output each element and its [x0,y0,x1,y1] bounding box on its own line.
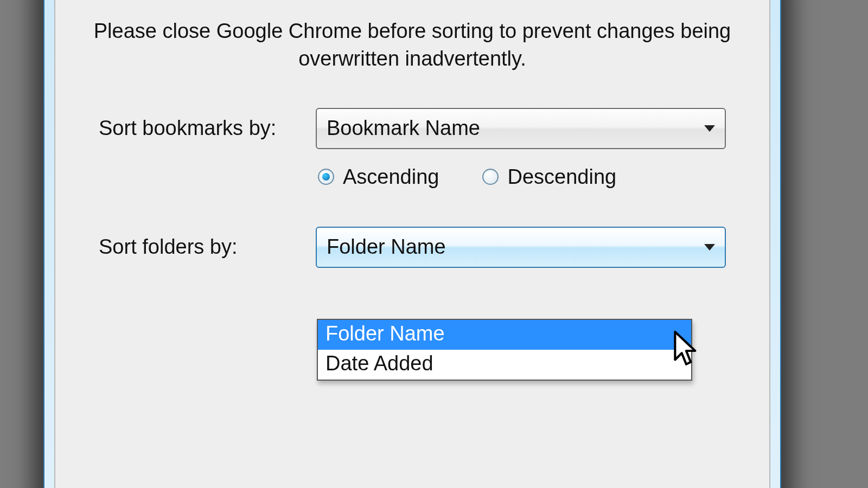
sort-folders-combobox[interactable]: Folder Name [316,227,726,268]
sort-bookmarks-label: Sort bookmarks by: [99,117,316,140]
dropdown-arrow-icon [704,125,715,132]
descending-radio[interactable]: Descending [482,165,616,189]
dropdown-option-date-added[interactable]: Date Added [318,350,691,380]
sort-folders-label: Sort folders by: [99,235,316,259]
sort-bookmarks-combobox[interactable]: Bookmark Name [316,108,726,149]
radio-icon [482,169,499,185]
sort-bookmarks-row: Sort bookmarks by: Bookmark Name [55,108,769,149]
ascending-radio[interactable]: Ascending [318,165,439,189]
sort-folders-selected-value: Folder Name [327,235,446,259]
sort-folders-dropdown-list: Folder Name Date Added [317,319,692,381]
radio-icon [318,169,334,185]
dialog-window: Please close Google Chrome before sortin… [43,0,781,488]
sort-folders-row: Sort folders by: Folder Name [55,227,769,268]
dialog-panel: Please close Google Chrome before sortin… [54,0,770,488]
sort-bookmarks-selected-value: Bookmark Name [327,117,480,140]
dropdown-arrow-icon [704,244,715,251]
ascending-radio-label: Ascending [343,165,439,189]
dropdown-option-folder-name[interactable]: Folder Name [318,320,691,350]
sort-order-radio-group: Ascending Descending [55,165,769,189]
descending-radio-label: Descending [507,165,616,189]
instruction-text: Please close Google Chrome before sortin… [55,0,769,89]
